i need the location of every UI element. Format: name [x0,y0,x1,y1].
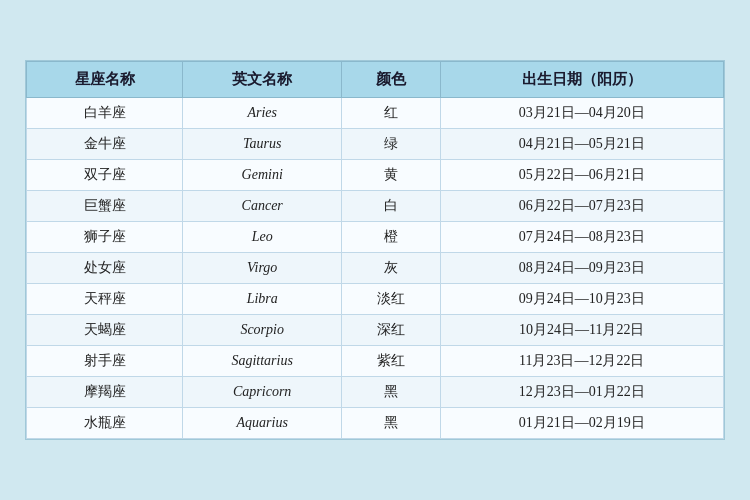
cell-dates: 09月24日—10月23日 [440,284,723,315]
cell-chinese: 处女座 [27,253,183,284]
cell-english: Taurus [183,129,342,160]
col-header-chinese: 星座名称 [27,62,183,98]
cell-chinese: 双子座 [27,160,183,191]
cell-color: 橙 [342,222,440,253]
cell-dates: 01月21日—02月19日 [440,408,723,439]
table-row: 射手座Sagittarius紫红11月23日—12月22日 [27,346,724,377]
table-row: 巨蟹座Cancer白06月22日—07月23日 [27,191,724,222]
cell-color: 黑 [342,377,440,408]
cell-dates: 05月22日—06月21日 [440,160,723,191]
col-header-color: 颜色 [342,62,440,98]
table-row: 狮子座Leo橙07月24日—08月23日 [27,222,724,253]
cell-dates: 08月24日—09月23日 [440,253,723,284]
cell-dates: 03月21日—04月20日 [440,98,723,129]
cell-dates: 06月22日—07月23日 [440,191,723,222]
table-row: 白羊座Aries红03月21日—04月20日 [27,98,724,129]
cell-dates: 04月21日—05月21日 [440,129,723,160]
table-row: 金牛座Taurus绿04月21日—05月21日 [27,129,724,160]
cell-color: 黑 [342,408,440,439]
table-header-row: 星座名称 英文名称 颜色 出生日期（阳历） [27,62,724,98]
cell-color: 灰 [342,253,440,284]
table-row: 摩羯座Capricorn黑12月23日—01月22日 [27,377,724,408]
cell-dates: 07月24日—08月23日 [440,222,723,253]
cell-chinese: 射手座 [27,346,183,377]
table-row: 水瓶座Aquarius黑01月21日—02月19日 [27,408,724,439]
cell-chinese: 天秤座 [27,284,183,315]
cell-english: Aquarius [183,408,342,439]
cell-dates: 10月24日—11月22日 [440,315,723,346]
table-row: 天秤座Libra淡红09月24日—10月23日 [27,284,724,315]
cell-english: Libra [183,284,342,315]
cell-english: Capricorn [183,377,342,408]
table-row: 处女座Virgo灰08月24日—09月23日 [27,253,724,284]
cell-chinese: 天蝎座 [27,315,183,346]
col-header-dates: 出生日期（阳历） [440,62,723,98]
cell-chinese: 金牛座 [27,129,183,160]
cell-english: Cancer [183,191,342,222]
cell-english: Scorpio [183,315,342,346]
cell-chinese: 白羊座 [27,98,183,129]
table-row: 双子座Gemini黄05月22日—06月21日 [27,160,724,191]
cell-english: Sagittarius [183,346,342,377]
cell-color: 绿 [342,129,440,160]
cell-english: Leo [183,222,342,253]
cell-chinese: 巨蟹座 [27,191,183,222]
cell-color: 黄 [342,160,440,191]
cell-english: Aries [183,98,342,129]
cell-dates: 12月23日—01月22日 [440,377,723,408]
cell-color: 淡红 [342,284,440,315]
cell-chinese: 狮子座 [27,222,183,253]
cell-chinese: 摩羯座 [27,377,183,408]
cell-english: Virgo [183,253,342,284]
zodiac-table: 星座名称 英文名称 颜色 出生日期（阳历） 白羊座Aries红03月21日—04… [26,61,724,439]
cell-color: 深红 [342,315,440,346]
cell-dates: 11月23日—12月22日 [440,346,723,377]
cell-english: Gemini [183,160,342,191]
table-body: 白羊座Aries红03月21日—04月20日金牛座Taurus绿04月21日—0… [27,98,724,439]
cell-color: 红 [342,98,440,129]
cell-color: 紫红 [342,346,440,377]
col-header-english: 英文名称 [183,62,342,98]
cell-color: 白 [342,191,440,222]
cell-chinese: 水瓶座 [27,408,183,439]
zodiac-table-container: 星座名称 英文名称 颜色 出生日期（阳历） 白羊座Aries红03月21日—04… [25,60,725,440]
table-row: 天蝎座Scorpio深红10月24日—11月22日 [27,315,724,346]
